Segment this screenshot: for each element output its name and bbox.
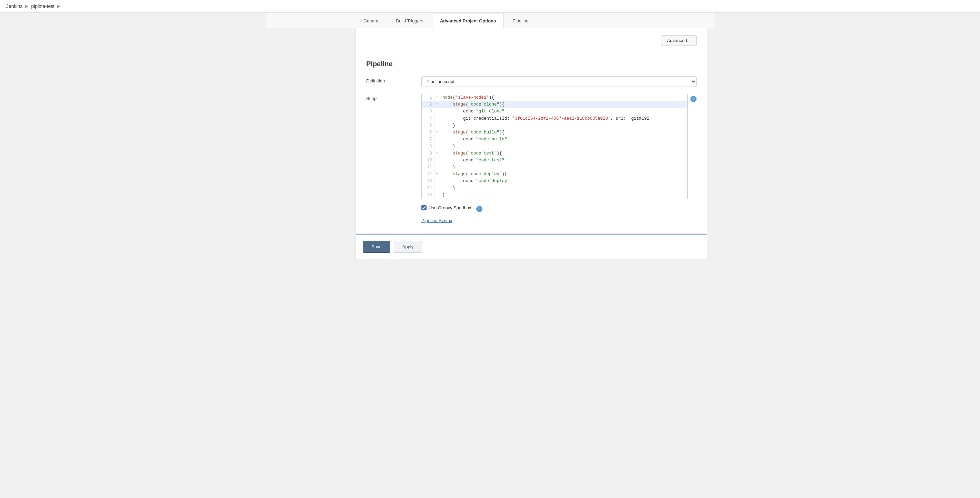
breadcrumb-jenkins[interactable]: Jenkins	[6, 3, 22, 9]
table-row: 4 git credentialsId: '3f61c264-2df2-4067…	[422, 115, 687, 122]
table-row: 9▾ stage("code test"){	[422, 150, 687, 157]
groovy-sandbox-row: Use Groovy Sandbox ?	[422, 204, 697, 212]
table-row: 7 echo "code build"	[422, 136, 687, 143]
table-row: 2▾ stage("code clone"){	[422, 101, 687, 108]
pipeline-section-title: Pipeline	[366, 60, 697, 68]
pipeline-syntax-link-wrap: Pipeline Syntax	[422, 218, 697, 223]
table-row: 8 }	[422, 143, 687, 150]
table-row: 6▾ stage("code build"){	[422, 129, 687, 136]
breadcrumb-sep-1: ▶	[25, 4, 28, 9]
definition-label: Definition	[366, 76, 422, 83]
tab-build-triggers[interactable]: Build Triggers	[388, 13, 431, 28]
table-row: 10 echo "code test"	[422, 157, 687, 164]
table-row: 13 echo "code deploy"	[422, 178, 687, 185]
bottom-bar: Save Apply	[356, 234, 707, 259]
top-bar: Jenkins ▶ pipline-test ▶	[0, 0, 980, 13]
tab-pipeline[interactable]: Pipeline	[504, 13, 536, 28]
divider	[366, 53, 697, 53]
script-label: Script	[366, 94, 422, 101]
page-wrapper: Jenkins ▶ pipline-test ▶ GeneralBuild Tr…	[0, 0, 980, 498]
breadcrumb-pipeline[interactable]: pipline-test	[31, 3, 54, 9]
tabs-and-content: GeneralBuild TriggersAdvanced Project Op…	[266, 13, 714, 259]
save-button[interactable]: Save	[363, 241, 390, 253]
script-row: Script 1▾node('slave-node1'){2▾ stage("c…	[366, 94, 697, 199]
groovy-sandbox-checkbox[interactable]	[422, 205, 426, 210]
content-panel: Advanced... Pipeline Definition Pipeline…	[356, 28, 707, 234]
table-row: 12▾ stage("code deploy"){	[422, 171, 687, 178]
tabs-bar: GeneralBuild TriggersAdvanced Project Op…	[266, 13, 714, 28]
table-row: 14 }	[422, 185, 687, 191]
script-editor-wrap: 1▾node('slave-node1'){2▾ stage("code clo…	[422, 94, 697, 199]
definition-select[interactable]: Pipeline scriptPipeline script from SCM	[422, 76, 697, 87]
pipeline-syntax-link[interactable]: Pipeline Syntax	[422, 218, 452, 223]
table-row: 15 }	[422, 192, 687, 199]
definition-row: Definition Pipeline scriptPipeline scrip…	[366, 76, 697, 87]
advanced-btn-row: Advanced...	[366, 35, 697, 46]
tab-advanced-project-options[interactable]: Advanced Project Options	[432, 13, 504, 28]
definition-control: Pipeline scriptPipeline script from SCM	[422, 76, 697, 87]
apply-button[interactable]: Apply	[394, 241, 422, 253]
groovy-sandbox-label[interactable]: Use Groovy Sandbox	[429, 205, 471, 210]
table-row: 3 echo "git clone"	[422, 108, 687, 115]
script-editor[interactable]: 1▾node('slave-node1'){2▾ stage("code clo…	[422, 94, 687, 199]
table-row: 1▾node('slave-node1'){	[422, 94, 687, 101]
breadcrumb-sep-2: ▶	[57, 4, 60, 9]
groovy-sandbox-help-icon[interactable]: ?	[476, 206, 482, 212]
tab-general[interactable]: General	[356, 13, 387, 28]
script-help-row: 1▾node('slave-node1'){2▾ stage("code clo…	[422, 94, 697, 199]
below-topbar: GeneralBuild TriggersAdvanced Project Op…	[0, 13, 980, 259]
advanced-button[interactable]: Advanced...	[661, 35, 697, 46]
table-row: 5 }	[422, 122, 687, 129]
script-help-icon[interactable]: ?	[690, 96, 697, 102]
table-row: 11 }	[422, 164, 687, 171]
